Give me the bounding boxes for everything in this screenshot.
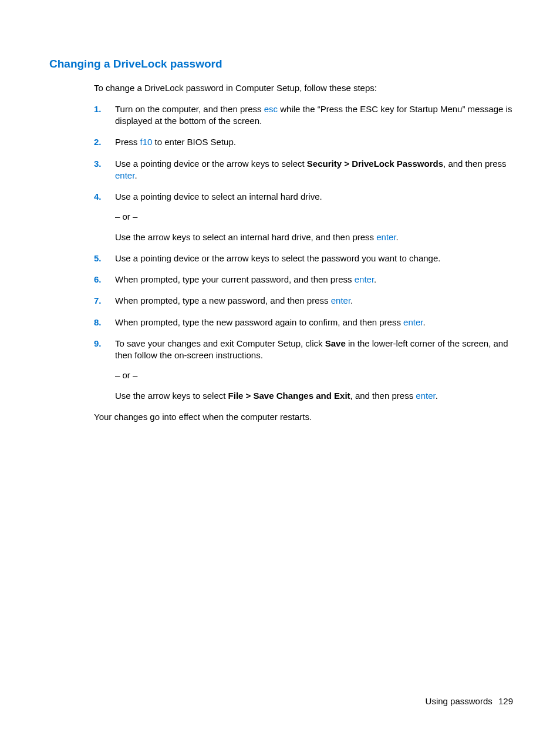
step-item: 5.Use a pointing device or the arrow key…: [94, 253, 513, 264]
section-heading: Changing a DriveLock password: [49, 56, 513, 72]
step-paragraph: Use the arrow keys to select File > Save…: [115, 390, 513, 402]
text-run: .: [374, 274, 376, 284]
key-name: enter: [376, 232, 396, 242]
steps-list: 1.Turn on the computer, and then press e…: [94, 103, 513, 402]
step-paragraph: Use a pointing device or the arrow keys …: [115, 253, 513, 264]
step-item: 4.Use a pointing device to select an int…: [94, 191, 513, 243]
text-run: , and then press: [443, 159, 507, 169]
step-body: Turn on the computer, and then press esc…: [115, 103, 513, 127]
text-run: – or –: [115, 211, 137, 221]
step-item: 7.When prompted, type a new password, an…: [94, 295, 513, 307]
step-number: 2.: [94, 136, 115, 148]
bold-text: Security > DriveLock Passwords: [307, 159, 443, 169]
intro-text: To change a DriveLock password in Comput…: [94, 82, 513, 94]
step-body: Use a pointing device to select an inter…: [115, 191, 513, 243]
step-paragraph: Use the arrow keys to select an internal…: [115, 231, 513, 243]
step-paragraph: Use a pointing device to select an inter…: [115, 191, 513, 203]
text-run: When prompted, type your current passwor…: [115, 274, 355, 284]
step-item: 6.When prompted, type your current passw…: [94, 274, 513, 285]
text-run: .: [350, 295, 353, 305]
step-number: 3.: [94, 158, 115, 182]
step-paragraph: To save your changes and exit Computer S…: [115, 338, 513, 362]
footer-section-name: Using passwords: [426, 696, 492, 706]
step-number: 6.: [94, 274, 115, 285]
text-run: When prompted, type the new password aga…: [115, 317, 403, 327]
step-paragraph: Use a pointing device or the arrow keys …: [115, 158, 513, 182]
step-number: 7.: [94, 295, 115, 307]
key-name: f10: [140, 137, 153, 147]
step-item: 2.Press f10 to enter BIOS Setup.: [94, 136, 513, 148]
step-body: When prompted, type your current passwor…: [115, 274, 513, 285]
step-number: 1.: [94, 103, 115, 127]
step-body: Use a pointing device or the arrow keys …: [115, 253, 513, 264]
step-number: 4.: [94, 191, 115, 243]
text-run: .: [436, 391, 438, 401]
step-item: 8.When prompted, type the new password a…: [94, 317, 513, 328]
outro-text: Your changes go into effect when the com…: [94, 411, 513, 423]
step-item: 3.Use a pointing device or the arrow key…: [94, 158, 513, 182]
step-paragraph: When prompted, type a new password, and …: [115, 295, 513, 307]
step-paragraph: – or –: [115, 211, 513, 223]
step-paragraph: When prompted, type your current passwor…: [115, 274, 513, 285]
step-paragraph: – or –: [115, 369, 513, 381]
bold-text: File > Save Changes and Exit: [228, 391, 350, 401]
step-number: 9.: [94, 338, 115, 402]
key-name: esc: [264, 104, 278, 114]
text-run: .: [423, 317, 425, 327]
text-run: Press: [115, 137, 140, 147]
key-name: enter: [355, 274, 374, 284]
text-run: Use a pointing device to select an inter…: [115, 191, 322, 201]
text-run: – or –: [115, 370, 137, 380]
step-body: To save your changes and exit Computer S…: [115, 338, 513, 402]
step-body: When prompted, type the new password aga…: [115, 317, 513, 328]
page-footer: Using passwords 129: [426, 695, 513, 707]
step-paragraph: When prompted, type the new password aga…: [115, 317, 513, 328]
text-run: Use a pointing device or the arrow keys …: [115, 253, 440, 263]
footer-page-number: 129: [498, 696, 513, 706]
step-body: Use a pointing device or the arrow keys …: [115, 158, 513, 182]
text-run: Use the arrow keys to select an internal…: [115, 232, 376, 242]
text-run: to enter BIOS Setup.: [152, 137, 236, 147]
step-paragraph: Press f10 to enter BIOS Setup.: [115, 136, 513, 148]
text-run: .: [134, 170, 137, 180]
text-run: Turn on the computer, and then press: [115, 104, 264, 114]
step-number: 5.: [94, 253, 115, 264]
text-run: To save your changes and exit Computer S…: [115, 338, 325, 348]
text-run: .: [396, 232, 399, 242]
step-paragraph: Turn on the computer, and then press esc…: [115, 103, 513, 127]
document-page: Changing a DriveLock password To change …: [0, 0, 560, 423]
text-run: Use the arrow keys to select: [115, 391, 228, 401]
step-body: When prompted, type a new password, and …: [115, 295, 513, 307]
step-item: 1.Turn on the computer, and then press e…: [94, 103, 513, 127]
key-name: enter: [403, 317, 423, 327]
bold-text: Save: [325, 338, 346, 348]
step-body: Press f10 to enter BIOS Setup.: [115, 136, 513, 148]
step-number: 8.: [94, 317, 115, 328]
text-run: , and then press: [350, 391, 416, 401]
key-name: enter: [416, 391, 435, 401]
text-run: Use a pointing device or the arrow keys …: [115, 159, 307, 169]
key-name: enter: [331, 295, 350, 305]
key-name: enter: [115, 170, 134, 180]
text-run: When prompted, type a new password, and …: [115, 295, 331, 305]
step-item: 9.To save your changes and exit Computer…: [94, 338, 513, 402]
